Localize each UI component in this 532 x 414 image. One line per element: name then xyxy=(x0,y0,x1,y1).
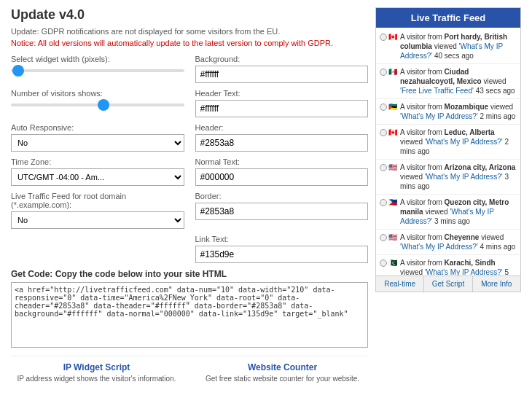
item-icons: 🇵🇭 xyxy=(380,198,397,207)
flag-icon: 🇲🇽 xyxy=(388,67,397,77)
circle-icon xyxy=(380,199,387,206)
auto-responsive-select[interactable]: No Yes xyxy=(11,134,184,152)
bottom-section: IP Widget Script IP address widget shows… xyxy=(11,356,368,388)
update-notice: Update: GDPR notifications are not displ… xyxy=(11,27,368,36)
circle-icon xyxy=(380,69,387,76)
list-item: 🇵🇰 A visitor from Karachi, Sindh viewed … xyxy=(376,255,520,276)
ip-widget-title: IP Widget Script xyxy=(11,362,182,372)
item-link[interactable]: 'What's My IP Address?' xyxy=(400,112,478,120)
border-label: Border: xyxy=(195,192,369,200)
timezone-label: Time Zone: xyxy=(11,157,184,166)
item-text: A visitor from Arizona city, Arizona vie… xyxy=(400,163,517,191)
list-item: 🇲🇿 A visitor from Mozambique viewed 'Wha… xyxy=(376,99,520,125)
visitors-thumb[interactable] xyxy=(98,99,109,111)
item-text: A visitor from Quezon city, Metro manila… xyxy=(400,198,517,226)
item-text: A visitor from Mozambique viewed 'What's… xyxy=(400,102,517,121)
visitors-label: Number of visitors shows: xyxy=(11,89,184,98)
circle-icon xyxy=(380,34,387,41)
item-text: A visitor from Ciudad nezahualcoyotl, Me… xyxy=(400,67,517,95)
flag-icon: 🇨🇦 xyxy=(388,128,397,137)
widget-width-label: Select widget width (pixels): xyxy=(11,55,184,63)
item-link[interactable]: 'What's My IP Address?' xyxy=(425,268,503,276)
list-item: 🇵🇭 A visitor from Quezon city, Metro man… xyxy=(376,195,520,230)
list-item: 🇨🇦 A visitor from Port hardy, British co… xyxy=(376,29,520,64)
header-text-label: Header Text: xyxy=(195,89,369,98)
gdpr-notice: Notice: All old versions will automatica… xyxy=(11,39,368,47)
link-text-input[interactable] xyxy=(195,246,369,263)
get-script-button[interactable]: Get Script xyxy=(424,276,472,292)
code-section: Get Code: Copy the code below into your … xyxy=(11,269,368,350)
circle-icon xyxy=(380,129,387,136)
traffic-footer: Real-time Get Script More Info xyxy=(376,276,520,292)
website-counter-title: Website Counter xyxy=(197,362,368,372)
header-input[interactable] xyxy=(195,134,369,152)
circle-icon xyxy=(380,234,387,241)
item-text: A visitor from Port hardy, British colum… xyxy=(400,32,517,60)
flag-icon: 🇨🇦 xyxy=(388,32,397,42)
traffic-widget: Live Traffic Feed 🇨🇦 A visitor from Port… xyxy=(375,7,521,292)
item-icons: 🇨🇦 xyxy=(380,32,397,42)
traffic-feed-header: Live Traffic Feed xyxy=(376,8,520,28)
item-icons: 🇲🇽 xyxy=(380,67,397,77)
item-icons: 🇲🇿 xyxy=(380,102,397,112)
item-link[interactable]: 'What's My IP Address?' xyxy=(425,138,503,146)
item-icons: 🇨🇦 xyxy=(380,128,397,137)
list-item: 🇨🇦 A visitor from Leduc, Alberta viewed … xyxy=(376,125,520,160)
item-text: A visitor from Karachi, Sindh viewed 'Wh… xyxy=(400,258,517,276)
header-text-input[interactable] xyxy=(195,100,369,117)
widget-width-slider[interactable] xyxy=(11,65,184,77)
item-icons: 🇺🇸 xyxy=(380,233,397,242)
border-input[interactable] xyxy=(195,203,369,220)
timezone-select[interactable]: UTC/GMT -04:00 - Am... xyxy=(11,168,184,186)
link-text-label: Link Text: xyxy=(195,235,369,243)
circle-icon xyxy=(380,164,387,171)
flag-icon: 🇲🇿 xyxy=(388,102,397,112)
item-text: A visitor from Cheyenne viewed 'What's M… xyxy=(400,233,517,251)
ip-widget-col: IP Widget Script IP address widget shows… xyxy=(11,362,182,383)
item-icons: 🇵🇰 xyxy=(380,258,397,267)
item-text: A visitor from Leduc, Alberta viewed 'Wh… xyxy=(400,128,517,156)
website-counter-desc: Get free static website counter for your… xyxy=(197,375,368,383)
circle-icon xyxy=(380,104,387,111)
background-input[interactable] xyxy=(195,66,369,83)
code-textarea[interactable]: <a href="http://livetrafficfeed.com" dat… xyxy=(11,282,368,348)
flag-icon: 🇵🇰 xyxy=(388,258,397,267)
flag-icon: 🇺🇸 xyxy=(388,163,397,172)
list-item: 🇺🇸 A visitor from Cheyenne viewed 'What'… xyxy=(376,230,520,255)
widget-width-thumb[interactable] xyxy=(12,65,24,77)
flag-icon: 🇺🇸 xyxy=(388,233,397,242)
flag-icon: 🇵🇭 xyxy=(388,198,397,207)
more-info-button[interactable]: More Info xyxy=(473,276,520,292)
item-link[interactable]: 'Free Live Traffic Feed' xyxy=(400,87,474,95)
item-link[interactable]: 'What's My IP Address?' xyxy=(400,243,478,251)
realtime-button[interactable]: Real-time xyxy=(376,276,424,292)
root-domain-select[interactable]: No Yes xyxy=(11,211,184,229)
background-label: Background: xyxy=(195,55,369,63)
website-counter-col: Website Counter Get free static website … xyxy=(197,362,368,383)
list-item: 🇲🇽 A visitor from Ciudad nezahualcoyotl,… xyxy=(376,64,520,99)
code-title: Get Code: Copy the code below into your … xyxy=(11,269,368,279)
header-label: Header: xyxy=(195,123,369,132)
page-title: Update v4.0 xyxy=(11,7,368,23)
ip-widget-desc: IP address widget shows the visitor's in… xyxy=(11,375,182,383)
circle-icon xyxy=(380,259,387,267)
normal-text-input[interactable] xyxy=(195,168,369,186)
normal-text-label: Normal Text: xyxy=(195,157,369,166)
traffic-list: 🇨🇦 A visitor from Port hardy, British co… xyxy=(376,28,520,276)
visitors-slider[interactable] xyxy=(11,99,184,111)
item-link[interactable]: 'What's My IP Address?' xyxy=(425,173,503,181)
auto-responsive-label: Auto Responsive: xyxy=(11,123,184,132)
traffic-feed-panel: Live Traffic Feed 🇨🇦 A visitor from Port… xyxy=(375,7,521,388)
root-domain-label: Live Traffic Feed for root domain (*.exa… xyxy=(11,192,184,209)
item-icons: 🇺🇸 xyxy=(380,163,397,172)
list-item: 🇺🇸 A visitor from Arizona city, Arizona … xyxy=(376,160,520,195)
